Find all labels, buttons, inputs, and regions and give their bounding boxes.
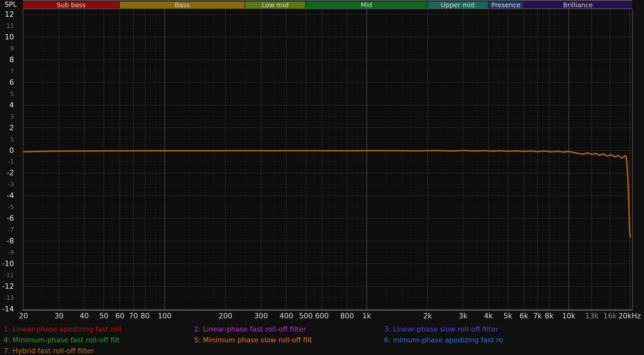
plot-canvas[interactable]: [0, 0, 644, 355]
y-tick-10: 10: [0, 33, 14, 42]
x-tick-300: 300: [254, 311, 268, 321]
x-tick-7k: 7k: [533, 311, 542, 321]
y-tick-12: 12: [0, 10, 14, 19]
x-tick-5k: 5k: [504, 311, 512, 321]
x-tick-500: 500: [299, 311, 313, 321]
y-tick--6: -6: [0, 214, 14, 223]
x-tick-10k: 10k: [562, 311, 575, 321]
y-tick-9: 9: [0, 44, 14, 53]
y-tick-7: 7: [0, 67, 14, 76]
x-tick-16k: 16k: [603, 311, 617, 321]
x-tick-20: 20: [19, 311, 28, 321]
y-tick--1: -1: [0, 157, 14, 166]
y-tick--4: -4: [0, 191, 14, 200]
legend-entry-7[interactable]: 7: Hybrid fast roll-off filter: [4, 347, 94, 355]
x-tick-100: 100: [158, 311, 171, 321]
legend-trailing-dash: –: [310, 325, 313, 333]
y-tick--10: -10: [0, 259, 14, 268]
legend-entry-2[interactable]: 2: Linear-phase fast roll-off filter–: [194, 325, 313, 333]
y-tick-3: 3: [0, 112, 14, 121]
x-tick-200: 200: [219, 311, 232, 321]
legend-entry-3[interactable]: 3: Linear-phase slow roll-off filter–: [384, 325, 506, 333]
y-tick--2: -2: [0, 169, 14, 177]
y-tick-1: 1: [0, 135, 14, 144]
y-tick--8: -8: [0, 237, 14, 245]
x-tick-13k: 13k: [585, 311, 598, 321]
y-tick--12: -12: [0, 282, 14, 291]
x-tick-400: 400: [279, 311, 293, 321]
frequency-response-plot: SPL Sub bassBassLow midMidUpper midPrese…: [0, 0, 644, 355]
y-tick--14: -14: [0, 305, 14, 313]
y-tick--3: -3: [0, 180, 14, 189]
x-tick-1k: 1k: [362, 311, 371, 321]
y-tick-6: 6: [0, 78, 14, 87]
y-tick-4: 4: [0, 101, 14, 110]
x-tick-2k: 2k: [423, 311, 432, 321]
x-tick-800: 800: [340, 311, 354, 321]
x-tick-3k: 3k: [459, 311, 468, 321]
y-tick--7: -7: [0, 225, 14, 234]
x-tick-600: 600: [315, 311, 329, 321]
x-tick-20kHz: 20kHz: [618, 311, 641, 321]
x-tick-40: 40: [80, 311, 89, 321]
legend-entry-1[interactable]: 1: Linear-phase apodizing fast roll–: [4, 325, 129, 333]
y-tick--13: -13: [0, 293, 14, 302]
x-tick-8k: 8k: [545, 311, 554, 321]
y-tick-2: 2: [0, 123, 14, 132]
legend-trailing-dash: –: [502, 325, 506, 333]
x-tick-70: 70: [129, 311, 138, 321]
x-tick-6k: 6k: [520, 311, 528, 321]
x-tick-80: 80: [140, 311, 150, 321]
legend-entry-6[interactable]: 6: inimum-phase apodizing fast ro: [384, 336, 503, 344]
x-tick-4k: 4k: [484, 311, 493, 321]
y-tick--11: -11: [0, 271, 14, 279]
x-tick-60: 60: [115, 311, 124, 321]
legend-entry-4[interactable]: 4: Minimum-phase fast roll-off filt: [4, 336, 120, 344]
legend-trailing-dash: –: [125, 325, 129, 333]
y-tick-5: 5: [0, 89, 14, 98]
x-tick-50: 50: [99, 311, 108, 321]
y-tick-0: 0: [0, 146, 14, 155]
y-tick-11: 11: [0, 21, 14, 30]
y-tick-8: 8: [0, 55, 14, 64]
y-tick--5: -5: [0, 203, 14, 211]
y-tick--9: -9: [0, 248, 14, 257]
x-tick-30: 30: [54, 311, 64, 321]
legend-entry-5[interactable]: 5: Minimum phase slow roll-off filt: [194, 336, 312, 344]
